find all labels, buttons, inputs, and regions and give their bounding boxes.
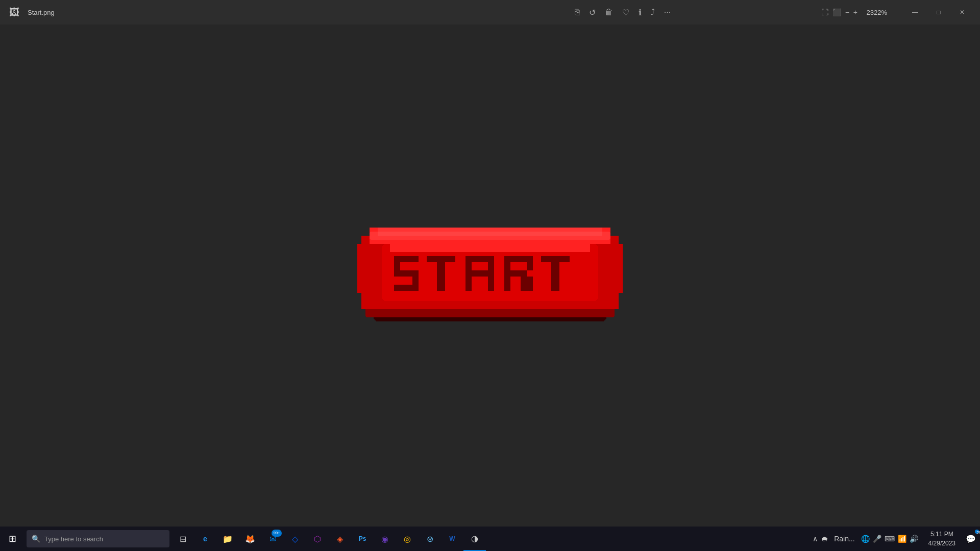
volume-icon[interactable]: 🔊 [910,535,918,543]
svg-rect-7 [610,236,615,244]
start-button-image [357,219,623,332]
share-icon[interactable]: ⎘ [575,8,580,17]
clock-area[interactable]: 5:11 PM 4/29/2023 [922,527,962,551]
mail-icon[interactable]: ✉ 99+ [261,527,284,551]
canvas-area [0,24,980,527]
notification-button[interactable]: 💬 25 [962,527,980,551]
minimize-button[interactable]: — [903,4,927,20]
svg-rect-32 [370,232,610,240]
search-icon: 🔍 [32,535,40,543]
taskbar: ⊞ 🔍 ⊟ e 📁 🦊 ✉ 99+ ◇ ⬡ ◈ Ps ◉ ◎ ⊛ W ◑ ∧ 🌧… [0,527,980,551]
mic-icon[interactable]: 🎤 [873,535,881,543]
dropbox-icon[interactable]: ◇ [284,527,306,551]
svg-rect-9 [615,293,623,301]
delete-icon[interactable]: 🗑 [605,8,613,17]
svg-rect-17 [394,285,419,291]
zoom-out-icon[interactable]: − [845,8,849,16]
svg-rect-26 [527,256,533,270]
word-icon[interactable]: W [441,527,463,551]
task-view-button[interactable]: ⊟ [172,527,194,551]
svg-rect-25 [510,256,527,262]
svg-rect-27 [504,270,527,277]
zoom-controls: ⛶ ⬛ − + 2322% [821,8,887,16]
right-controls: ⛶ ⬛ − + 2322% — □ ✕ [821,4,974,20]
toolbar-icons: ⎘ ↺ 🗑 ♡ ℹ ⤴ ··· [424,8,821,17]
rain-icon: 🌧 [821,535,828,543]
app7-icon[interactable]: ◈ [329,527,351,551]
fullscreen-icon[interactable]: ⛶ [821,8,828,16]
svg-rect-6 [615,244,623,293]
svg-rect-28 [521,277,527,291]
file-explorer-icon[interactable]: 📁 [216,527,239,551]
steam-icon[interactable]: ⊛ [419,527,441,551]
mail-badge: 99+ [272,530,282,537]
app6-icon[interactable]: ⬡ [306,527,329,551]
start-button[interactable]: ⊞ [0,527,24,551]
date-display: 4/29/2023 [928,539,955,548]
maximize-button[interactable]: □ [927,4,950,20]
svg-rect-21 [472,256,488,262]
svg-rect-23 [465,270,494,277]
zoom-level: 2322% [862,9,887,16]
share-alt-icon[interactable]: ⤴ [651,8,655,17]
svg-rect-19 [437,256,445,291]
search-bar[interactable]: 🔍 [27,530,169,547]
svg-rect-29 [527,277,533,291]
time-display: 5:11 PM [930,530,953,539]
chrome-icon[interactable]: ◎ [396,527,419,551]
svg-rect-31 [551,256,559,291]
firefox-icon[interactable]: 🦊 [239,527,261,551]
notification-badge: 25 [975,530,979,534]
zoom-in-icon[interactable]: + [853,8,857,16]
rain-label: Rain... [831,535,857,543]
app9-icon[interactable]: ◉ [374,527,396,551]
rotate-left-icon[interactable]: ↺ [589,8,596,17]
active-app-icon[interactable]: ◑ [463,527,486,551]
slideshow-icon[interactable]: ⬛ [832,8,841,16]
svg-rect-8 [357,293,365,301]
close-button[interactable]: ✕ [950,4,974,20]
taskbar-right: ∧ 🌧 Rain... 🌐 🎤 ⌨ 📶 🔊 5:11 PM 4/29/2023 … [808,527,980,551]
tray-chevron-icon[interactable]: ∧ [813,535,818,543]
photoshop-icon[interactable]: Ps [351,527,374,551]
keyboard-icon[interactable]: ⌨ [885,535,895,543]
wifi-icon[interactable]: 📶 [898,535,906,543]
svg-rect-16 [412,270,419,285]
file-name: Start.png [28,9,424,16]
svg-rect-4 [357,244,365,293]
info-icon[interactable]: ℹ [639,8,642,17]
taskbar-app-icons: ⊟ e 📁 🦊 ✉ 99+ ◇ ⬡ ◈ Ps ◉ ◎ ⊛ W ◑ [172,527,486,551]
search-input[interactable] [44,535,164,543]
app-icon: 🖼 [6,4,22,20]
favorite-icon[interactable]: ♡ [622,8,629,17]
title-bar: 🖼 Start.png ⎘ ↺ 🗑 ♡ ℹ ⤴ ··· ⛶ ⬛ − + 2322… [0,0,980,24]
svg-rect-14 [394,256,400,270]
svg-rect-12 [390,240,590,252]
system-tray: ∧ 🌧 Rain... 🌐 🎤 ⌨ 📶 🔊 [808,527,922,551]
windows-icon: ⊞ [9,533,16,544]
more-options-icon[interactable]: ··· [664,8,671,17]
window-controls: — □ ✕ [903,4,974,20]
edge-icon[interactable]: e [194,527,216,551]
image-content [357,219,623,332]
network-icon[interactable]: 🌐 [861,535,870,543]
svg-rect-5 [365,236,370,244]
